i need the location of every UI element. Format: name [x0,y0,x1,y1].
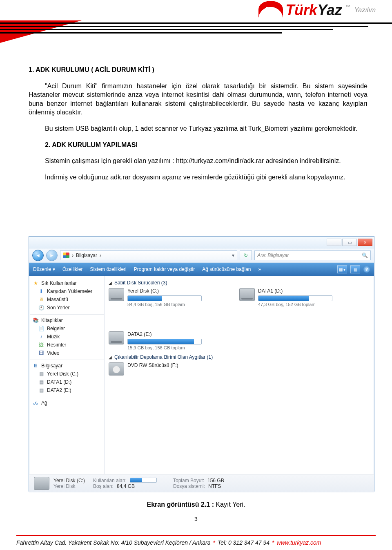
favorites-star-icon: ★ [32,280,39,286]
figure-caption: Ekran görüntüsü 2.1 : Kayıt Yeri. [0,501,392,508]
section2-link: http://turkyaz.com/indir/adk.rar [176,157,264,164]
sidebar-documents[interactable]: 📄Belgeler [32,324,102,333]
breadcrumb-computer: Bilgisayar [76,253,97,258]
toolbar-mapdrive[interactable]: Ağ sürücüsüne bağlan [202,266,251,272]
content-pane: ◢Sabit Disk Sürücüleri (3) Yerel Disk (C… [105,276,374,474]
breadcrumb[interactable]: › Bilgisayar › ▾ [60,250,237,260]
drive-d-fill [258,296,309,301]
sidebar-downloads[interactable]: ⬇Karşıdan Yüklemeler [32,287,102,295]
status-title: Yerel Disk (C:) [53,478,85,483]
command-toolbar: Düzenle▾ Özellikler Sistem özellikleri P… [29,263,374,276]
crescent-star-icon [258,1,283,19]
footer-rule [16,535,376,536]
status-mini-bar [130,478,157,483]
toolbar-properties[interactable]: Özellikler [62,266,82,272]
section2-p1: Sistemin çalışması için gerekli olan yaz… [29,157,368,165]
address-bar: ◄ ► › Bilgisayar › ▾ ↻ Ara: Bilgisayar 🔍 [29,248,374,263]
drive-e[interactable]: DATA2 (E:) 15,9 GB boş, 156 GB toplam [109,331,215,350]
footer-address: Fahrettin Altay Cad. Yakakent Sokak No: … [16,539,210,546]
search-input[interactable]: Ara: Bilgisayar 🔍 [254,250,371,260]
drive-f[interactable]: DVD RW Sürücüsü (F:) [109,362,215,376]
toolbar-uninstall[interactable]: Program kaldır veya değiştir [134,266,195,272]
sidebar-libraries[interactable]: Kitaplıklar [41,317,63,323]
sidebar-drive-c[interactable]: ▦Yerel Disk (C:) [32,370,102,378]
breadcrumb-sep1: › [72,253,74,258]
drive-d-capacity-bar [258,295,332,301]
sidebar-computer[interactable]: Bilgisayar [41,363,62,369]
section2-p1b: adresinden indirebilirsiniz. [264,157,341,164]
status-type: Yerel Disk [53,483,85,489]
recent-icon: 🕘 [38,304,45,311]
sidebar-drive-e[interactable]: ▦DATA2 (E:) [32,386,102,394]
header-lines [0,22,392,36]
status-free-label: Boş alan: [93,483,114,489]
sidebar-music[interactable]: ♪Müzik [32,333,102,341]
search-icon: 🔍 [362,253,368,258]
tm-icon: ™ [345,4,350,9]
hdd-icon [109,288,124,301]
drive-c-sub: 84,4 GB boş, 156 GB toplam [127,302,202,307]
libraries-icon: 📚 [32,317,39,324]
status-free-val: 84,4 GB [117,483,135,489]
video-icon: 🎞 [38,350,45,356]
chevron-down-icon: ▾ [53,266,55,272]
status-total-val: 156 GB [207,478,224,483]
documents-icon: 📄 [38,325,45,332]
drive-e-name: DATA2 (E:) [127,331,202,337]
drive-e-sub: 15,9 GB boş, 156 GB toplam [127,345,202,350]
maximize-button[interactable]: ▭ [342,239,357,246]
hdd-icon: ▦ [38,371,45,377]
group-removable[interactable]: ◢Çıkarılabilir Depolama Birimi Olan Aygı… [109,354,370,360]
footer-url: www.turkyaz.com [277,539,321,546]
drive-d[interactable]: DATA1 (D:) 47,3 GB boş, 152 GB toplam [239,288,345,307]
collapse-icon: ◢ [109,281,112,285]
page-number: 3 [0,516,392,522]
drive-c-fill [128,296,162,301]
status-fs-val: NTFS [208,483,221,489]
desktop-icon: 🖥 [38,296,45,303]
sidebar-network[interactable]: Ağ [41,400,47,406]
close-button[interactable]: ✕ [358,239,372,246]
nav-sidebar: ★Sık Kullanılanlar ⬇Karşıdan Yüklemeler … [29,276,105,474]
network-icon: 🖧 [32,400,39,406]
music-icon: ♪ [38,333,45,340]
drive-c-capacity-bar [127,295,202,301]
sidebar-drive-d[interactable]: ▦DATA1 (D:) [32,378,102,386]
refresh-button[interactable]: ↻ [240,250,252,260]
hdd-icon [109,331,124,344]
section2-p2: İndirmiş ve olduğunuz adk.rar dosyasını … [29,173,368,182]
drive-d-sub: 47,3 GB boş, 152 GB toplam [258,302,332,307]
hdd-icon: ▦ [38,379,45,385]
footer-sep1: * [213,539,215,546]
chevron-down-icon[interactable]: ▾ [232,253,234,258]
sidebar-recent[interactable]: 🕘Son Yerler [32,304,102,312]
view-icons-button[interactable]: ▦▾ [337,265,347,273]
group-hdd[interactable]: ◢Sabit Disk Sürücüleri (3) [109,280,370,286]
footer: Fahrettin Altay Cad. Yakakent Sokak No: … [16,539,376,546]
breadcrumb-sep2: › [100,253,101,258]
windows-flag-icon [63,253,69,258]
collapse-icon: ◢ [109,355,112,360]
caption-rest: Kayıt Yeri. [214,501,245,508]
status-used-label: Kullanılan alan: [93,478,127,483]
help-button[interactable]: ? [363,266,370,273]
drive-f-name: DVD RW Sürücüsü (F:) [127,362,178,368]
downloads-icon: ⬇ [38,288,45,295]
drive-c[interactable]: Yerel Disk (C:) 84,4 GB boş, 156 GB topl… [109,288,215,307]
details-pane: Yerel Disk (C:) Yerel Disk Kullanılan al… [29,474,374,492]
nav-forward-button[interactable]: ► [46,250,58,261]
section2-title: 2. ADK KURULUM YAPILMASI [29,141,368,150]
sidebar-desktop[interactable]: 🖥Masaüstü [32,295,102,304]
section1-title: 1. ADK KURULUMU ( ACİL DURUM KİTİ ) [29,65,368,74]
preview-pane-button[interactable]: ▤ [350,265,360,273]
sidebar-favorites[interactable]: Sık Kullanılanlar [41,280,77,286]
sidebar-pictures[interactable]: 🖼Resimler [32,341,102,349]
sidebar-video[interactable]: 🎞Video [32,349,102,357]
toolbar-more[interactable]: » [258,266,261,272]
nav-back-button[interactable]: ◄ [32,250,44,261]
minimize-button[interactable]: — [327,239,341,246]
toolbar-organize[interactable]: Düzenle▾ [33,266,55,272]
section1-p2: Bu sistem USB bağlantılı olup, 1 adet sc… [29,124,368,133]
toolbar-sysprops[interactable]: Sistem özellikleri [90,266,126,272]
brand-part1: Türk [285,2,317,18]
